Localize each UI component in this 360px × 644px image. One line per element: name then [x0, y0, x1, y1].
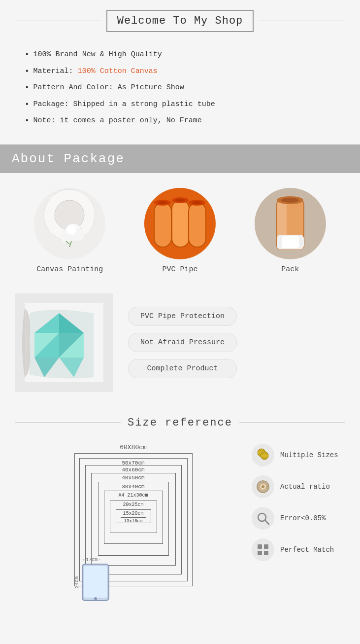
svg-rect-51: [264, 544, 268, 549]
label-30x40: 30x40cm: [98, 484, 168, 490]
nested-rects-container: 50x70cm 40x60cm 40x50cm 30x40cm A4 21x30…: [74, 453, 193, 601]
list-item-text: Pattern And Color: As Picture Show: [33, 82, 184, 94]
size-reference-header: Size reference: [0, 417, 360, 429]
list-item: Package: Shipped in a strong plastic tub…: [25, 97, 335, 113]
about-package-banner: About Package: [0, 144, 360, 173]
package-icons-row: Canvas Painting PVC Pipe: [0, 183, 360, 279]
svg-rect-37: [84, 566, 107, 598]
svg-rect-53: [264, 551, 268, 555]
header: Welcome To My Shop: [0, 0, 360, 37]
tablet-icon: [82, 564, 109, 601]
pvc-pipe-image: [144, 188, 216, 259]
size-ref-line-right: [239, 423, 345, 423]
list-item-text: Note: it comes a poster only, No Frame: [33, 115, 202, 127]
actual-ratio-label: Actual ratio: [280, 483, 330, 491]
actual-ratio-row: Actual ratio: [252, 475, 350, 498]
pack-image: [255, 188, 326, 259]
multiple-sizes-label: Multiple Sizes: [280, 451, 338, 459]
svg-point-17: [175, 199, 185, 202]
search-icon: [252, 507, 274, 530]
canvas-painting-label: Canvas Painting: [36, 265, 103, 274]
info-list: 100% Brand New & High Quality Material: …: [0, 37, 360, 144]
size-ref-line-left: [15, 423, 121, 423]
svg-point-38: [94, 597, 97, 600]
multiple-sizes-row: Multiple Sizes: [252, 444, 350, 466]
svg-point-16: [158, 201, 167, 204]
size-label-60x80: 60X80cm: [25, 444, 242, 451]
complete-product-badge: Complete Product: [128, 359, 237, 378]
pvc-badges: PVC Pipe Protection Not Afraid Pressure …: [128, 307, 237, 378]
tape-icon: [252, 475, 274, 498]
list-item-text: 100% Brand New & High Quality: [33, 49, 162, 61]
tablet-height-label: 24cm: [74, 576, 80, 588]
header-line-right: [259, 21, 345, 21]
package-item-canvas: Canvas Painting: [34, 188, 105, 274]
list-item-text: Material: 100% Cotton Canvas: [33, 66, 158, 77]
svg-point-45: [262, 485, 264, 488]
pvc-section: PVC Pipe Protection Not Afraid Pressure …: [0, 284, 360, 407]
svg-line-49: [265, 520, 269, 524]
svg-rect-52: [258, 551, 262, 555]
size-content: 60X80cm 50x70cm 40x60cm 40x50cm 30x4: [0, 439, 360, 606]
package-item-pvc: PVC Pipe: [144, 188, 216, 274]
header-line-left: [15, 21, 101, 21]
shop-title: Welcome To My Shop: [106, 10, 254, 32]
size-reference-title: Size reference: [128, 417, 232, 429]
grid-icon: [252, 538, 274, 561]
list-item: Pattern And Color: As Picture Show: [25, 80, 335, 97]
perfect-match-row: Perfect Match: [252, 538, 350, 561]
svg-point-25: [281, 198, 299, 203]
svg-rect-50: [258, 544, 262, 549]
size-diagram: 60X80cm 50x70cm 40x60cm 40x50cm 30x4: [10, 439, 242, 606]
coins-icon: [252, 444, 274, 466]
error-row: Error<0.05%: [252, 507, 350, 530]
not-afraid-pressure-badge: Not Afraid Pressure: [128, 333, 237, 352]
tablet-with-height: 24cm: [74, 564, 109, 601]
tablet-area: ←17cm→ 24cm: [74, 557, 109, 601]
canvas-painting-image: [34, 188, 105, 259]
label-40x60: 40x60cm: [86, 467, 181, 473]
svg-point-18: [192, 201, 202, 204]
list-item: 100% Brand New & High Quality: [25, 47, 335, 64]
pack-label: Pack: [281, 265, 299, 274]
list-item: Material: 100% Cotton Canvas: [25, 64, 335, 80]
list-item: Note: it comes a poster only, No Frame: [25, 113, 335, 130]
label-40x50: 40x50cm: [92, 475, 175, 481]
perfect-match-label: Perfect Match: [280, 546, 334, 554]
rect-13x18: 13x18cm: [121, 517, 146, 518]
highlight-text: 100% Cotton Canvas: [78, 67, 158, 75]
svg-rect-23: [282, 236, 299, 248]
list-item-text: Package: Shipped in a strong plastic tub…: [33, 99, 215, 110]
size-reference-section: Size reference 60X80cm 50x70cm 40x60cm 4…: [0, 407, 360, 611]
scroll-image: [15, 293, 113, 392]
svg-point-42: [261, 454, 268, 457]
svg-rect-10: [154, 203, 171, 247]
package-item-pack: Pack: [255, 188, 326, 274]
about-package-title: About Package: [12, 151, 125, 166]
error-label: Error<0.05%: [280, 514, 326, 522]
label-20x25: 20x25cm: [110, 502, 157, 507]
pvc-pipe-protection-badge: PVC Pipe Protection: [128, 307, 237, 326]
size-badges-col: Multiple Sizes Actual ratio: [252, 439, 350, 561]
label-13x18: 13x18cm: [121, 519, 146, 524]
label-15x20: 15x20cm: [116, 511, 151, 516]
tablet-width-label: ←17cm→: [83, 557, 100, 563]
svg-point-6: [66, 225, 76, 235]
label-21x30: A4 21x30cm: [104, 493, 163, 498]
pvc-pipe-label: PVC Pipe: [162, 265, 197, 274]
svg-rect-12: [189, 203, 206, 247]
svg-rect-11: [172, 200, 189, 247]
